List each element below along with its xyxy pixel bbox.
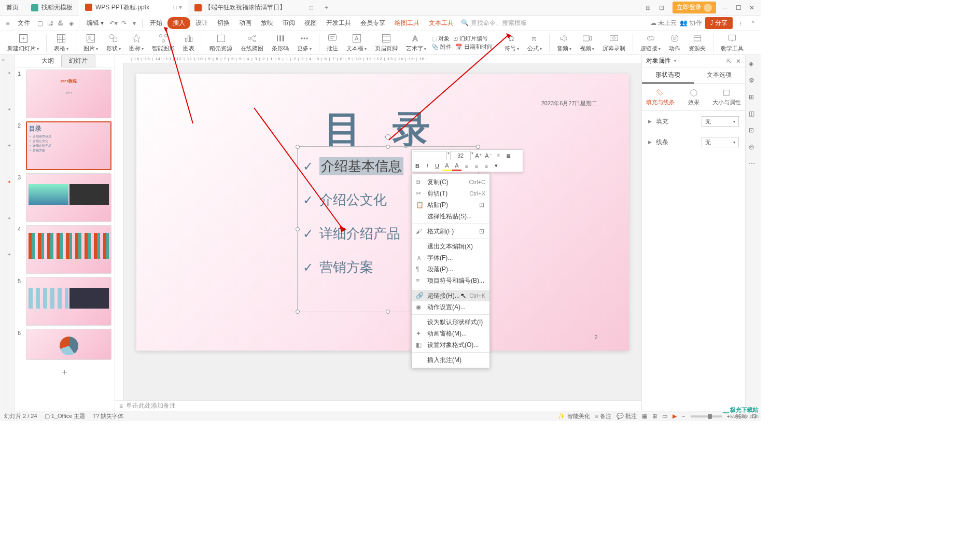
tab-member[interactable]: 会员专享 — [356, 17, 389, 30]
hamburger-icon[interactable]: ≡ — [3, 19, 12, 28]
ribbon-wordart[interactable]: A艺术字▾ — [403, 32, 429, 53]
resize-handle[interactable] — [476, 145, 480, 149]
slide-thumb-6[interactable]: 6 — [18, 329, 111, 360]
align-right[interactable]: ≡ — [482, 161, 491, 171]
rib-settings-icon[interactable]: ⚙ — [749, 77, 758, 86]
sb-view-reading[interactable]: ▭ — [662, 413, 667, 420]
rp-section-fill[interactable]: ▶ 填充 无▾ — [642, 111, 745, 132]
mini-more[interactable]: ▾ — [492, 161, 501, 171]
ribbon-more[interactable]: 更多▾ — [294, 32, 315, 53]
notes-bar[interactable]: ≡ 单击此处添加备注 — [115, 400, 641, 411]
open-icon[interactable]: ▢ — [35, 19, 45, 28]
ribbon-table[interactable]: 表格▾ — [51, 32, 72, 53]
resize-handle[interactable] — [386, 145, 390, 149]
canvas-scroll[interactable]: 2023年6月27日星期二 目 录 2 ✓介绍基本 — [123, 63, 641, 400]
ribbon-docer[interactable]: 稻壳资源 — [206, 32, 235, 53]
ribbon-datetime[interactable]: 日期和时间 — [464, 43, 493, 51]
ctx-animation-pane[interactable]: ✦动画窗格(M)... — [412, 328, 489, 339]
ribbon-resource[interactable]: 资源夹 — [685, 32, 709, 53]
rib-material-icon[interactable]: ◫ — [749, 110, 758, 119]
maximize-button[interactable]: ☐ — [736, 4, 743, 11]
edit-menu[interactable]: 编辑 ▾ — [82, 17, 108, 30]
rotate-handle[interactable] — [385, 134, 390, 140]
tab-start[interactable]: 开始 — [146, 17, 166, 30]
ribbon-hyperlink[interactable]: 超链接▾ — [637, 32, 664, 53]
rp-subtab-size[interactable]: 大小与属性 — [710, 88, 743, 106]
ribbon-smartart[interactable]: 智能图形 — [149, 32, 178, 53]
star-icon-active[interactable]: ✦ — [7, 179, 14, 185]
ctx-insert-comment[interactable]: 插入批注(M) — [412, 354, 489, 366]
ribbon-textbox[interactable]: A文本框▾ — [343, 32, 370, 53]
ctx-cut[interactable]: ✂剪切(T)Ctrl+X — [412, 188, 489, 199]
tab-drawing-tools[interactable]: 绘图工具 — [390, 17, 424, 30]
font-shrink[interactable]: A⁻ — [484, 151, 493, 160]
rib-template-icon[interactable]: ⊞ — [749, 93, 758, 103]
font-color[interactable]: A — [452, 161, 461, 171]
login-button[interactable]: 立即登录 — [673, 2, 716, 13]
slide-add[interactable]: + — [18, 363, 111, 382]
redo-icon[interactable]: ↷ — [119, 19, 129, 28]
resize-handle[interactable] — [296, 227, 300, 231]
slide-thumb-1[interactable]: 1 PPT教程·PPT — [18, 69, 111, 118]
fill-select[interactable]: 无▾ — [702, 116, 739, 127]
file-menu[interactable]: 文件 — [13, 17, 34, 30]
preview-icon[interactable]: ◈ — [66, 19, 76, 28]
mini-numlist[interactable]: ≣ — [503, 151, 513, 160]
align-left[interactable]: ≡ — [462, 161, 471, 171]
star-icon[interactable]: ✦ — [7, 252, 14, 257]
star-icon[interactable]: ✦ — [7, 107, 14, 112]
sb-smart-beautify[interactable]: ✨ 智能美化 — [558, 412, 590, 420]
ribbon-equation[interactable]: π公式▾ — [524, 32, 545, 53]
menu-chevron-icon[interactable]: ^ — [748, 19, 758, 28]
slide-thumb-4[interactable]: 4 — [18, 225, 111, 274]
font-grow[interactable]: A⁺ — [474, 151, 483, 160]
tab-text-tools[interactable]: 文本工具 — [425, 17, 458, 30]
rib-insert-icon[interactable]: ⊡ — [749, 127, 758, 136]
sb-theme[interactable]: ▢ 1_Office 主题 — [45, 412, 86, 420]
star-icon[interactable]: ✦ — [7, 143, 14, 148]
rib-anim-icon[interactable]: ◎ — [749, 143, 758, 152]
tab-transition[interactable]: 切换 — [213, 17, 234, 30]
coop-button[interactable]: 👥 协作 — [680, 19, 702, 27]
ribbon-barcode[interactable]: 条形码 — [269, 32, 292, 53]
ribbon-attachment[interactable]: 附件 — [440, 43, 452, 51]
tab-slideshow[interactable]: 放映 — [257, 17, 277, 30]
highlight-color[interactable]: A — [442, 161, 452, 171]
tab-design[interactable]: 设计 — [191, 17, 212, 30]
outline-tab[interactable]: 大纲 — [34, 55, 61, 67]
tab-review[interactable]: 审阅 — [278, 17, 299, 30]
font-bold[interactable]: B — [413, 161, 422, 171]
tab-add[interactable]: + — [319, 4, 333, 11]
ctx-hyperlink[interactable]: 🔗超链接(H)...Ctrl+K — [412, 290, 489, 301]
ctx-paste[interactable]: 📋粘贴(P)⊡ — [412, 199, 489, 211]
ribbon-new-slide[interactable]: 新建幻灯片▾ — [4, 32, 42, 53]
align-center[interactable]: ≡ — [472, 161, 481, 171]
ribbon-picture[interactable]: 图片▾ — [80, 32, 101, 53]
sb-missing-fonts[interactable]: T? 缺失字体 — [92, 412, 123, 420]
ribbon-attach-icon[interactable]: 📎 — [431, 44, 439, 50]
ctx-action-settings[interactable]: ◉动作设置(A)... — [412, 301, 489, 313]
ribbon-teaching[interactable]: 教学工具 — [718, 32, 747, 53]
print-icon[interactable]: 🖶 — [56, 19, 65, 28]
ctx-format-painter[interactable]: 🖌格式刷(F)⊡ — [412, 226, 489, 237]
font-italic[interactable]: I — [423, 161, 432, 171]
ctx-copy[interactable]: ⧉复制(C)Ctrl+C — [412, 176, 489, 188]
font-size-select[interactable]: 32 — [450, 151, 471, 160]
minimize-button[interactable]: — — [722, 4, 730, 11]
undo-icon[interactable]: ↶▾ — [109, 19, 118, 28]
sb-view-sorter[interactable]: ⊞ — [652, 413, 657, 420]
rib-docer-icon[interactable]: ◈ — [749, 60, 758, 69]
line-select[interactable]: 无▾ — [702, 137, 739, 147]
tab-home[interactable]: 首页 — [0, 0, 25, 16]
resize-handle[interactable] — [296, 310, 300, 314]
tab-developer[interactable]: 开发工具 — [322, 17, 355, 30]
tab-doc-3[interactable]: 【端午狂欢祝福浓情满节日】 □ — [188, 0, 319, 16]
rp-pin-icon[interactable]: ⇱ — [726, 58, 732, 65]
star-icon[interactable]: ✦ — [7, 216, 14, 221]
sb-comments[interactable]: 💬 批注 — [617, 412, 637, 420]
tab-view[interactable]: 视图 — [300, 17, 321, 30]
caret-icon[interactable]: ▾ — [674, 59, 676, 63]
ribbon-video[interactable]: 视频▾ — [577, 32, 597, 53]
ctx-bullets[interactable]: ≡项目符号和编号(B)... — [412, 275, 489, 286]
ribbon-screen-record[interactable]: 屏幕录制 — [599, 32, 628, 53]
